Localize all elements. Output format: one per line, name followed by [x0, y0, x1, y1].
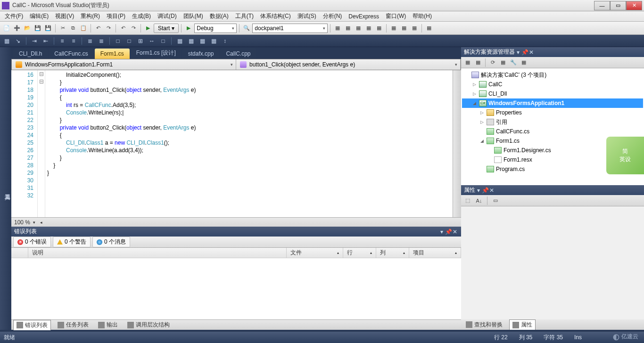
maximize-button[interactable]: ▭ [610, 1, 626, 10]
outdent-icon[interactable]: ≡ [69, 36, 78, 46]
code-editor[interactable]: 1617181920212223242526272829303132 ⊟⊟ In… [11, 70, 461, 217]
warnings-filter[interactable]: 0 个警告 [53, 237, 91, 247]
prop-pages-icon[interactable]: ▭ [491, 196, 500, 205]
panel-dropdown-icon[interactable]: ▾ [438, 229, 445, 235]
solution-root[interactable]: 解决方案'CallC' (3 个项目) [462, 70, 643, 80]
bottom-tab-任务列表[interactable]: 任务列表 [55, 320, 91, 330]
find-combo[interactable]: dockpanel1 [252, 24, 328, 33]
ext9-icon[interactable]: ▦ [424, 24, 434, 33]
menu-团队(M)[interactable]: 团队(M) [181, 11, 206, 21]
sol-props-icon[interactable]: 🔧 [509, 58, 518, 67]
bottom-tab-错误列表[interactable]: 错误列表 [13, 320, 51, 330]
t2-18-icon[interactable]: ▦ [209, 36, 218, 46]
bottom-tab-输出[interactable]: 输出 [95, 320, 121, 330]
prop-cat-icon[interactable]: ⬚ [463, 196, 472, 205]
tab-Form1.cs[interactable]: Form1.cs [95, 49, 130, 59]
minimize-button[interactable]: — [594, 1, 610, 10]
messages-filter[interactable]: 0 个消息 [92, 237, 130, 247]
ext8-icon[interactable]: ▦ [410, 24, 419, 33]
run-icon[interactable]: ▶ [184, 24, 193, 33]
start-debug-button[interactable]: Start ▾ [154, 24, 179, 33]
right-tab-属性[interactable]: 属性 [509, 319, 536, 330]
menu-重构(R)[interactable]: 重构(R) [78, 11, 103, 21]
t2-2-icon[interactable]: ↘ [13, 36, 23, 46]
tree-CallCFunc.cs[interactable]: CallCFunc.cs [462, 127, 643, 136]
prop-dropdown-icon[interactable]: ▾ [475, 187, 482, 194]
indent-icon[interactable]: ≡ [58, 36, 67, 46]
sol-close-icon[interactable]: ✕ [528, 49, 535, 56]
t2-14-icon[interactable]: □ [158, 36, 168, 46]
uncomment-icon[interactable]: ⇤ [41, 36, 50, 46]
outlining-margin[interactable]: ⊟⊟ [38, 70, 45, 217]
left-tool-strip[interactable]: 工具箱 数据源 [0, 47, 11, 330]
menu-调试(D)[interactable]: 调试(D) [155, 11, 180, 21]
t2-9-icon[interactable]: ≣ [97, 36, 106, 46]
errcol-line[interactable]: 行▴ [343, 248, 376, 258]
member-combo[interactable]: button1_Click(object sender, EventArgs e… [236, 59, 461, 70]
menu-项目(P)[interactable]: 项目(P) [104, 11, 128, 21]
copy-icon[interactable]: ⧉ [68, 24, 78, 33]
errcol-proj[interactable]: 项目▴ [409, 248, 461, 258]
close-button[interactable]: ✕ [626, 1, 642, 10]
vertical-scrollbar[interactable] [453, 70, 461, 217]
error-panel-header[interactable]: 错误列表 ▾ 📌 ✕ [11, 227, 461, 237]
prop-pin-icon[interactable]: 📌 [482, 187, 488, 194]
sol-view-icon[interactable]: ▦ [519, 58, 528, 67]
t2-1-icon[interactable]: ▦ [2, 36, 11, 46]
sol-showall-icon[interactable]: ▦ [498, 58, 508, 67]
ext1-icon[interactable]: ▦ [333, 24, 342, 33]
sol-tb2-icon[interactable]: ▦ [473, 58, 483, 67]
tree-CLI_Dll[interactable]: ▷CLI_Dll [462, 89, 643, 98]
menu-编辑(E)[interactable]: 编辑(E) [27, 11, 51, 21]
zoom-level[interactable]: 100 % [14, 219, 30, 226]
tab-Form1.cs [设计][interactable]: Form1.cs [设计] [131, 47, 182, 59]
menu-测试(S)[interactable]: 测试(S) [295, 11, 319, 21]
paste-icon[interactable]: 📋 [79, 24, 88, 33]
errcol-desc[interactable]: 说明 [28, 248, 287, 258]
cut-icon[interactable]: ✂ [58, 24, 67, 33]
tab-CallCFunc.cs[interactable]: CallCFunc.cs [49, 49, 93, 59]
t2-13-icon[interactable]: ↔ [147, 36, 157, 46]
tree-CallC[interactable]: ▷CallC [462, 80, 643, 89]
undo-icon[interactable]: ↶ [93, 24, 103, 33]
find-icon[interactable]: 🔍 [242, 24, 251, 33]
add-item-icon[interactable]: ➕ [12, 24, 22, 33]
open-icon[interactable]: 📂 [23, 24, 32, 33]
config-combo[interactable]: Debug [194, 24, 237, 33]
properties-header[interactable]: 属性 ▾ 📌 ✕ [461, 185, 644, 195]
menu-工具(T)[interactable]: 工具(T) [232, 11, 256, 21]
errcol-file[interactable]: 文件▴ [287, 248, 343, 258]
new-project-icon[interactable]: 📄 [2, 24, 11, 33]
code-text[interactable]: InitializeComponent(); } private void bu… [45, 70, 453, 217]
nav-fwd-icon[interactable]: ↷ [129, 24, 138, 33]
ext7-icon[interactable]: ▦ [399, 24, 409, 33]
menu-数据(A)[interactable]: 数据(A) [207, 11, 231, 21]
tab-CLI_Dll.h[interactable]: CLI_Dll.h [13, 49, 48, 59]
error-grid[interactable]: 说明 文件▴ 行▴ 列▴ 项目▴ [11, 248, 461, 319]
save-icon[interactable]: 💾 [33, 24, 42, 33]
menu-文件(F)[interactable]: 文件(F) [2, 11, 26, 21]
comment-icon[interactable]: ⇥ [30, 36, 39, 46]
sol-pin-icon[interactable]: 📌 [521, 49, 528, 56]
t2-15-icon[interactable]: ▦ [175, 36, 184, 46]
sol-refresh-icon[interactable]: ⟳ [488, 58, 497, 67]
menu-帮助(H)[interactable]: 帮助(H) [410, 11, 435, 21]
ext6-icon[interactable]: ▦ [389, 24, 398, 33]
tree-WindowsFormsApplication1[interactable]: ◢C#WindowsFormsApplication1 [462, 98, 643, 108]
menu-生成(B)[interactable]: 生成(B) [129, 11, 154, 21]
ext3-icon[interactable]: ▦ [354, 24, 363, 33]
play-icon[interactable]: ▶ [143, 24, 153, 33]
t2-16-icon[interactable]: ▦ [186, 36, 196, 46]
errors-filter[interactable]: ✕0 个错误 [13, 237, 51, 247]
t2-11-icon[interactable]: □ [124, 36, 134, 46]
t2-19-icon[interactable]: ↕ [220, 36, 230, 46]
ext5-icon[interactable]: ▦ [374, 24, 384, 33]
menu-窗口(W)[interactable]: 窗口(W) [383, 11, 409, 21]
solution-explorer-header[interactable]: 解决方案资源管理器 ▾ 📌 ✕ [461, 47, 644, 57]
t2-12-icon[interactable]: ⊞ [136, 36, 145, 46]
t2-10-icon[interactable]: □ [113, 36, 123, 46]
panel-pin-icon[interactable]: 📌 [445, 229, 452, 235]
class-combo[interactable]: WindowsFormsApplication1.Form1 [12, 59, 236, 70]
menu-DevExpress[interactable]: DevExpress [346, 12, 382, 21]
prop-close-icon[interactable]: ✕ [488, 187, 495, 194]
